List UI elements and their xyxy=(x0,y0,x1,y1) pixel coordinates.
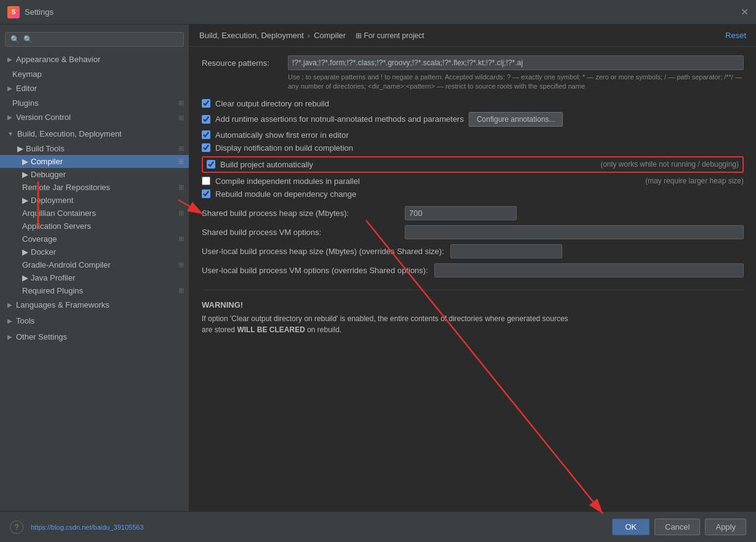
sidebar-item-deployment[interactable]: ▶ Deployment xyxy=(0,194,189,207)
sidebar-item-label: Debugger xyxy=(31,170,66,179)
cancel-button[interactable]: Cancel xyxy=(655,519,700,535)
shared-vm-label: Shared build process VM options: xyxy=(202,228,399,237)
sidebar-item-coverage[interactable]: Coverage ⊞ xyxy=(0,233,189,245)
sidebar-item-appearance[interactable]: ▶ Appearance & Behavior xyxy=(0,52,189,68)
clear-output-checkbox[interactable] xyxy=(202,99,210,108)
sidebar-item-languages[interactable]: ▶ Languages & Frameworks xyxy=(0,297,189,313)
sidebar-item-arquillian[interactable]: Arquillian Containers ⊞ xyxy=(0,207,189,220)
warning-text: If option 'Clear output directory on reb… xyxy=(202,313,744,335)
copy-icon: ⊞ xyxy=(178,99,184,107)
reset-button[interactable]: Reset xyxy=(725,31,746,40)
compile-parallel-hint: (may require larger heap size) xyxy=(645,177,744,185)
breadcrumb-current: Compiler xyxy=(314,31,346,40)
user-heap-row: User-local build process heap size (Mbyt… xyxy=(202,244,744,258)
sidebar-item-label: Appearance & Behavior xyxy=(16,54,100,65)
chevron-right-icon: ▶ xyxy=(7,317,12,325)
copy-icon: ⊞ xyxy=(178,157,184,165)
copy-icon: ⊞ xyxy=(178,287,184,295)
content-area: Build, Execution, Deployment › Compiler … xyxy=(189,25,756,511)
shared-heap-row: Shared build process heap size (Mbytes): xyxy=(202,206,744,220)
search-input[interactable] xyxy=(23,35,178,44)
build-auto-label: Build project automatically xyxy=(220,160,313,169)
sidebar-item-app-servers[interactable]: Application Servers xyxy=(0,220,189,233)
display-notification-label: Display notification on build completion xyxy=(215,143,353,153)
sidebar-item-build-tools[interactable]: ▶ Build Tools ⊞ xyxy=(0,142,189,155)
sidebar-item-label: Deployment xyxy=(31,196,73,205)
compile-parallel-label: Compile independent modules in parallel xyxy=(215,177,360,186)
chevron-right-icon: ▶ xyxy=(22,196,28,205)
resource-patterns-input-wrap: Use ; to separate patterns and ! to nega… xyxy=(288,55,744,92)
user-vm-label: User-local build process VM options (ove… xyxy=(202,266,428,275)
add-runtime-checkbox[interactable] xyxy=(202,115,210,124)
chevron-right-icon: ▶ xyxy=(22,273,28,282)
sidebar-item-label: Tools xyxy=(16,316,34,327)
add-runtime-row: Add runtime assertions for notnull-annot… xyxy=(202,112,744,127)
chevron-right-icon: ▶ xyxy=(22,170,28,179)
sidebar-item-label: Other Settings xyxy=(16,332,67,343)
shared-heap-input[interactable] xyxy=(405,206,517,220)
compile-parallel-row: Compile independent modules in parallel … xyxy=(202,177,744,186)
sidebar-item-label: Build, Execution, Deployment xyxy=(17,129,122,140)
sidebar-item-docker[interactable]: ▶ Docker xyxy=(0,245,189,258)
user-vm-input[interactable] xyxy=(434,263,744,277)
sidebar-item-label: Version Control xyxy=(16,112,71,123)
sidebar-item-label: Gradle-Android Compiler xyxy=(22,260,111,269)
sidebar-item-gradle-android[interactable]: Gradle-Android Compiler ⊞ xyxy=(0,258,189,271)
sidebar-item-version-control[interactable]: ▶ Version Control ⊞ xyxy=(0,110,189,126)
sidebar-item-remote-jar[interactable]: Remote Jar Repositories ⊞ xyxy=(0,181,189,194)
apply-button[interactable]: Apply xyxy=(705,519,746,535)
copy-icon: ⊞ xyxy=(178,209,184,217)
sidebar-item-other-settings[interactable]: ▶ Other Settings xyxy=(0,329,189,345)
copy-icon: ⊞ xyxy=(178,145,184,153)
sidebar-item-tools[interactable]: ▶ Tools xyxy=(0,313,189,329)
clear-output-row: Clear output directory on rebuild xyxy=(202,99,744,108)
search-box[interactable]: 🔍 xyxy=(5,32,184,47)
sidebar-item-debugger[interactable]: ▶ Debugger xyxy=(0,168,189,181)
ok-button[interactable]: OK xyxy=(612,519,650,535)
breadcrumb-parent: Build, Execution, Deployment xyxy=(199,31,304,40)
help-button[interactable]: ? xyxy=(10,520,23,534)
copy-icon: ⊞ xyxy=(178,235,184,243)
sidebar-item-editor[interactable]: ▶ Editor xyxy=(0,81,189,97)
sidebar-item-plugins[interactable]: Plugins ⊞ xyxy=(0,97,189,110)
display-notification-row: Display notification on build completion xyxy=(202,143,744,153)
auto-show-error-checkbox[interactable] xyxy=(202,130,210,139)
sidebar-item-label: Remote Jar Repositories xyxy=(22,183,110,192)
copy-icon: ⊞ xyxy=(178,261,184,269)
warning-section: WARNING! If option 'Clear output directo… xyxy=(202,290,744,335)
bottom-actions: OK Cancel Apply xyxy=(612,519,746,535)
chevron-right-icon: ▶ xyxy=(7,55,12,64)
rebuild-dependency-checkbox[interactable] xyxy=(202,189,210,198)
chevron-right-icon: ▶ xyxy=(7,84,12,93)
settings-content: Resource patterns: Use ; to separate pat… xyxy=(189,47,756,511)
chevron-right-icon: ▶ xyxy=(7,301,12,309)
project-icon: ⊞ xyxy=(356,31,362,40)
warning-title: WARNING! xyxy=(202,300,744,309)
chevron-right-icon: ▶ xyxy=(17,144,23,153)
close-button[interactable]: ✕ xyxy=(741,6,749,18)
user-heap-input[interactable] xyxy=(450,244,562,258)
title-bar: S Settings ✕ xyxy=(0,0,756,25)
clear-output-label: Clear output directory on rebuild xyxy=(215,99,329,108)
configure-annotations-button[interactable]: Configure annotations... xyxy=(469,112,563,127)
window-title: Settings xyxy=(25,7,54,17)
sidebar-item-compiler[interactable]: ▶ Compiler ⊞ xyxy=(0,155,189,168)
breadcrumb: Build, Execution, Deployment › Compiler … xyxy=(189,25,756,47)
user-heap-label: User-local build process heap size (Mbyt… xyxy=(202,247,444,256)
sidebar-item-build-exec[interactable]: ▼ Build, Execution, Deployment xyxy=(0,126,189,142)
resource-patterns-input[interactable] xyxy=(288,55,744,70)
app-icon: S xyxy=(7,6,20,18)
sidebar-item-label: Editor xyxy=(16,83,37,94)
sidebar-item-label: Java Profiler xyxy=(31,273,75,282)
sidebar-item-java-profiler[interactable]: ▶ Java Profiler xyxy=(0,271,189,284)
compile-parallel-checkbox[interactable] xyxy=(202,177,210,185)
build-auto-checkbox[interactable] xyxy=(207,160,215,169)
resource-patterns-hint: Use ; to separate patterns and ! to nega… xyxy=(288,73,744,92)
sidebar-item-keymap[interactable]: Keymap xyxy=(0,68,189,81)
sidebar: 🔍 ▶ Appearance & Behavior Keymap ▶ Edito… xyxy=(0,25,189,511)
display-notification-checkbox[interactable] xyxy=(202,143,210,152)
sidebar-item-required-plugins[interactable]: Required Plugins ⊞ xyxy=(0,284,189,297)
rebuild-dependency-row: Rebuild module on dependency change xyxy=(202,189,744,199)
shared-vm-input[interactable] xyxy=(405,225,744,239)
chevron-right-icon: ▶ xyxy=(22,247,28,257)
